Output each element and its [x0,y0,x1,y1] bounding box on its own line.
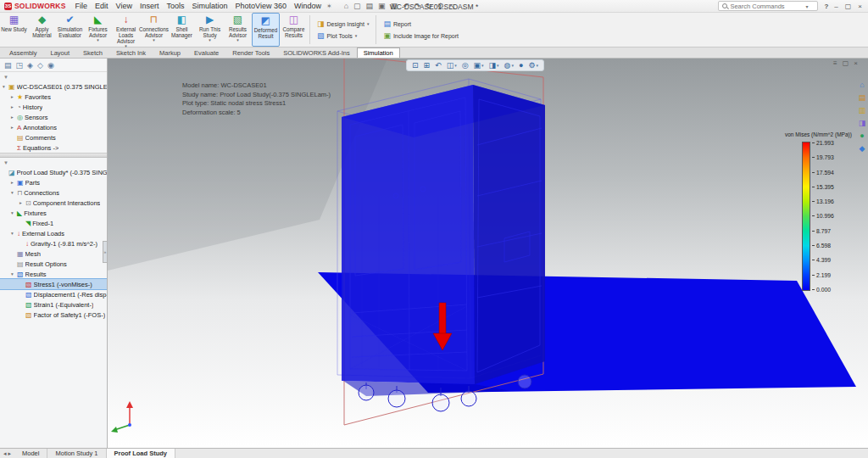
tree-item-fixed-1[interactable]: ◥Fixed-1 [0,218,107,228]
restore-button[interactable]: ▢ [845,3,852,10]
open-document-icon[interactable]: ▤ [366,2,374,10]
menu-file[interactable]: File [75,2,88,10]
file-explorer-icon[interactable]: ▥ [859,106,866,114]
dynamic-annotation-icon[interactable]: ◎ [462,61,469,70]
ribbon-external-loads-advisor[interactable]: ↓External Loads Advisor▾ [112,13,140,47]
ribbon-apply-material[interactable]: ◆Apply Material [28,13,56,47]
view-orientation-icon[interactable]: ▣▾ [474,61,484,70]
ribbon-run-this-study[interactable]: ▶Run This Study▾ [196,13,224,47]
tree-item-proof-load-study-0-375-singlelam[interactable]: ◪Proof Load Study* (-0.375 SINGLELam-) [0,167,107,177]
expand-arrow-icon[interactable]: ▾ [11,271,17,276]
configurationmanager-tab-icon[interactable]: ◈ [27,61,33,70]
expand-arrow-icon[interactable]: ▸ [11,94,17,99]
previous-view-icon[interactable]: ↶ [435,61,442,70]
zoom-area-icon[interactable]: ⊞ [424,61,431,70]
tree-item-annotations[interactable]: ▸AAnnotations [0,122,107,132]
search-dropdown-icon[interactable]: ▾ [805,3,808,9]
graphics-viewport[interactable]: ⊡⊞↶◫▾◎▣▾◨▾◍▾●⚙▾ ≡▢× Model name: WC-DSCAS… [108,59,868,448]
expand-arrow-icon[interactable]: ▸ [11,104,17,109]
tree-item-mesh[interactable]: ▦Mesh [0,249,107,259]
tree-item-sensors[interactable]: ▸◎Sensors [0,112,107,122]
ribbon-deformed-result[interactable]: ◩Deformed Result [252,13,280,47]
menu-photoview-360[interactable]: PhotoView 360 [236,2,287,10]
expand-arrow-icon[interactable]: ▸ [11,180,17,185]
displaymanager-tab-icon[interactable]: ◉ [47,61,54,70]
expand-arrow-icon[interactable]: ▾ [11,210,17,215]
study-tree-filter[interactable]: ▼ [0,158,107,167]
tab-sketch-ink[interactable]: Sketch Ink [109,47,153,58]
menu-edit[interactable]: Edit [95,2,108,10]
tree-item-wc-dscase01-0-375-singlelam[interactable]: ▾▣WC-DSCASE01 (0.375 SINGLELam) < [0,81,107,92]
new-document-icon[interactable]: ▢ [353,2,361,10]
expand-arrow-icon[interactable]: ▾ [11,190,17,195]
search-input[interactable] [730,3,803,10]
tree-item-result-options[interactable]: ▤Result Options [0,259,107,269]
tree-item-history[interactable]: ▸◔History [0,102,107,112]
edit-appearance-icon[interactable]: ● [519,61,523,70]
section-view-icon[interactable]: ◫▾ [447,61,457,70]
save-icon[interactable]: ▣ [378,2,386,10]
study-tab-proof-load-study[interactable]: Proof Load Study [107,449,176,458]
ribbon-connections-advisor[interactable]: ⊓Connections Advisor▾ [140,13,168,47]
tab-sketch[interactable]: Sketch [76,47,109,58]
view-palette-icon[interactable]: ◨ [859,119,866,127]
expand-arrow-icon[interactable]: ▾ [11,231,17,236]
expand-arrow-icon[interactable]: ▸ [11,114,17,120]
tab-assembly[interactable]: Assembly [3,47,44,58]
tab-simulation[interactable]: Simulation [357,47,400,58]
tree-item-strain1-equivalent[interactable]: ▧Strain1 (-Equivalent-) [0,299,107,310]
display-style-icon[interactable]: ◨▾ [489,61,499,70]
menu-tools[interactable]: Tools [166,2,184,10]
expand-arrow-icon[interactable]: ▸ [11,125,17,130]
help-icon[interactable]: ? [824,3,828,10]
menu-window[interactable]: Window [294,2,321,10]
featuremanager-tab-icon[interactable]: ▤ [4,61,12,70]
menu-insert[interactable]: Insert [140,2,159,10]
ribbon-shell-manager[interactable]: ◧Shell Manager [168,13,196,47]
cabinet-model[interactable] [342,85,545,411]
pin-icon[interactable]: ✶ [326,3,332,10]
ribbon-results-advisor[interactable]: ▧Results Advisor▾ [224,13,252,47]
ribbon-include-image-for-report[interactable]: ▣Include Image for Report [383,31,459,40]
ribbon-fixtures-advisor[interactable]: ◣Fixtures Advisor▾ [84,13,112,47]
tree-item-parts[interactable]: ▸▣Parts [0,177,107,187]
feature-tree-filter[interactable]: ▼ [0,72,107,81]
ribbon-design-insight[interactable]: ◨Design Insight▾ [317,20,369,28]
panel-collapse-handle[interactable]: » [103,241,107,263]
ribbon-new-study[interactable]: ▦New Study [0,13,28,47]
expand-arrow-icon[interactable]: ▸ [19,200,25,205]
tree-item-gravity-1-9-81-m-s-2[interactable]: ↓Gravity-1 (-9.81 m/s^2-) [0,238,107,249]
study-tab-motion-study-1[interactable]: Motion Study 1 [47,449,106,458]
tab-evaluate[interactable]: Evaluate [187,47,225,58]
pane-split-icon[interactable]: ≡ [833,59,837,67]
pane-restore-icon[interactable]: ▢ [843,59,849,67]
pane-close-icon[interactable]: × [854,59,858,67]
menu-view[interactable]: View [116,2,132,10]
tree-item-external-loads[interactable]: ▾↓External Loads [0,228,107,238]
tree-item-stress1-vonmises[interactable]: ▧Stress1 (-vonMises-) [0,279,107,289]
tree-item-displacement1-res-disp[interactable]: ▧Displacement1 (-Res disp-) [0,289,107,299]
resources-icon[interactable]: ⌂ [860,81,864,89]
ribbon-compare-results[interactable]: ◫Compare Results [280,13,308,47]
home-icon[interactable]: ⌂ [344,2,348,10]
expand-arrow-icon[interactable]: ▾ [3,84,8,89]
menu-simulation[interactable]: Simulation [192,2,227,10]
ribbon-plot-tools[interactable]: ▧Plot Tools▾ [317,31,369,40]
tree-item-comments[interactable]: ▤Comments [0,132,107,142]
view-settings-icon[interactable]: ⚙▾ [528,61,538,70]
tree-item-fixtures[interactable]: ▾◣Fixtures [0,208,107,218]
hide-show-icon[interactable]: ◍▾ [504,61,514,70]
tab-layout[interactable]: Layout [44,47,77,58]
propertymanager-tab-icon[interactable]: ◳ [16,61,24,70]
tree-item-component-interactions[interactable]: ▸⊡Component Interactions [0,198,107,208]
study-tab-model[interactable]: Model [14,449,47,458]
tabs-scroll-right-icon[interactable]: ▸ [8,450,12,457]
tab-markup[interactable]: Markup [153,47,187,58]
ribbon-simulation-evaluator[interactable]: ✔Simulation Evaluator [56,13,84,47]
tab-render-tools[interactable]: Render Tools [225,47,276,58]
ribbon-report[interactable]: ▤Report [383,20,459,28]
dimxpert-tab-icon[interactable]: ◇ [37,61,43,70]
tabs-scroll-left-icon[interactable]: ◂ [3,450,7,457]
custom-properties-icon[interactable]: ◆ [860,144,865,153]
search-box[interactable]: ▾ [718,1,818,11]
